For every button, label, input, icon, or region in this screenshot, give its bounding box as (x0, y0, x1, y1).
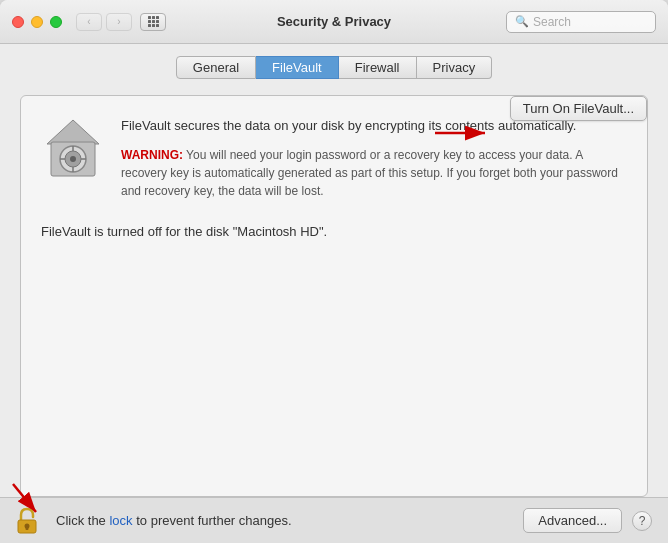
tab-privacy[interactable]: Privacy (417, 56, 493, 79)
tab-bar: General FileVault Firewall Privacy (20, 56, 648, 79)
bottom-bar: Click the lock to prevent further change… (0, 497, 668, 543)
content-area: General FileVault Firewall Privacy (0, 44, 668, 497)
window: ‹ › Security & Privacy 🔍 Search General … (0, 0, 668, 543)
tab-general[interactable]: General (176, 56, 256, 79)
lock-arrow-svg (8, 479, 48, 519)
tab-filevault[interactable]: FileVault (256, 56, 339, 79)
lock-area (16, 507, 46, 535)
filevault-warning: WARNING: You will need your login passwo… (121, 146, 627, 200)
back-icon: ‹ (87, 16, 90, 27)
warning-text: You will need your login password or a r… (121, 148, 618, 198)
warning-label: WARNING: (121, 148, 183, 162)
help-button[interactable]: ? (632, 511, 652, 531)
maximize-button[interactable] (50, 16, 62, 28)
filevault-text-area: FileVault secures the data on your disk … (121, 116, 627, 200)
tab-firewall[interactable]: Firewall (339, 56, 417, 79)
grid-icon (148, 16, 159, 27)
traffic-lights (12, 16, 62, 28)
lock-status-text: Click the lock to prevent further change… (56, 513, 513, 528)
filevault-icon (41, 116, 105, 180)
advanced-button[interactable]: Advanced... (523, 508, 622, 533)
minimize-button[interactable] (31, 16, 43, 28)
lock-link[interactable]: lock (109, 513, 132, 528)
grid-button[interactable] (140, 13, 166, 31)
panel-content: FileVault secures the data on your disk … (41, 116, 627, 200)
search-placeholder: Search (533, 15, 571, 29)
search-icon: 🔍 (515, 15, 529, 28)
svg-line-12 (13, 484, 36, 512)
forward-button[interactable]: › (106, 13, 132, 31)
turn-on-filevault-button[interactable]: Turn On FileVault... (510, 96, 647, 121)
back-button[interactable]: ‹ (76, 13, 102, 31)
titlebar: ‹ › Security & Privacy 🔍 Search (0, 0, 668, 44)
close-button[interactable] (12, 16, 24, 28)
svg-rect-15 (26, 526, 29, 530)
nav-buttons: ‹ › (76, 13, 132, 31)
filevault-status: FileVault is turned off for the disk "Ma… (41, 224, 627, 239)
forward-icon: › (117, 16, 120, 27)
safe-icon-svg (41, 116, 105, 180)
svg-point-4 (70, 156, 76, 162)
filevault-panel: FileVault secures the data on your disk … (20, 95, 648, 497)
svg-marker-0 (47, 120, 99, 144)
window-title: Security & Privacy (277, 14, 391, 29)
prevent-changes-text: to prevent further changes. (133, 513, 292, 528)
click-lock-text: Click the (56, 513, 109, 528)
search-box[interactable]: 🔍 Search (506, 11, 656, 33)
